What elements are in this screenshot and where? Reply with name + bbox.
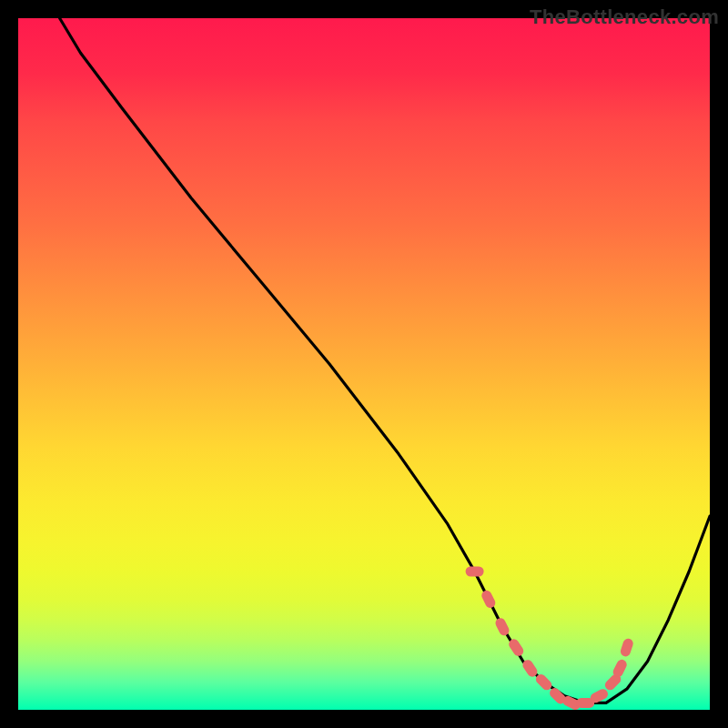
bottleneck-curve-path — [60, 18, 710, 703]
chart-container: TheBottleneck.com — [0, 0, 728, 728]
curve-svg — [18, 18, 710, 710]
watermark-text: TheBottleneck.com — [530, 5, 719, 29]
optimal-marker — [466, 567, 484, 577]
optimal-zone-markers — [466, 567, 635, 712]
bottleneck-curve — [60, 18, 710, 703]
optimal-marker — [619, 637, 634, 657]
plot-area — [18, 18, 710, 710]
optimal-marker — [480, 589, 497, 610]
